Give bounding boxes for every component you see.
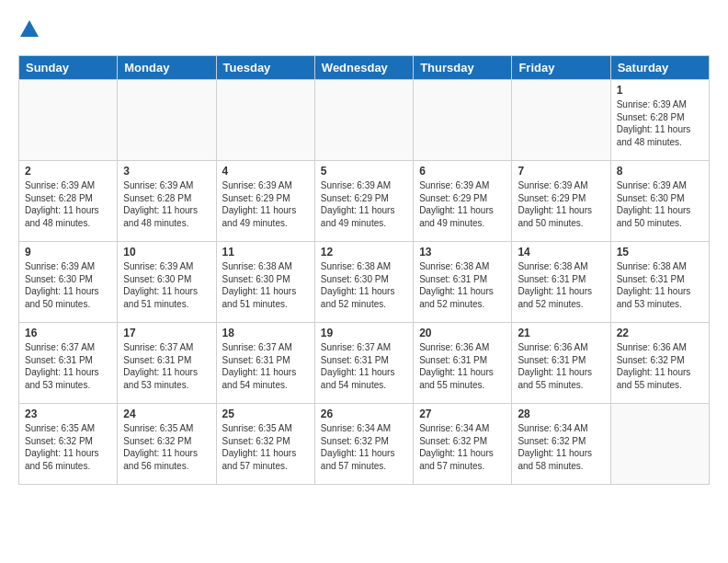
calendar-cell <box>118 80 216 161</box>
day-info: Sunrise: 6:38 AM Sunset: 6:31 PM Dayligh… <box>617 260 703 310</box>
logo <box>18 18 44 40</box>
calendar-cell <box>19 80 118 161</box>
calendar-cell: 22Sunrise: 6:36 AM Sunset: 6:32 PM Dayli… <box>610 323 709 404</box>
day-info: Sunrise: 6:34 AM Sunset: 6:32 PM Dayligh… <box>518 422 604 472</box>
svg-marker-0 <box>20 20 39 37</box>
day-number: 12 <box>321 246 407 259</box>
calendar-cell: 20Sunrise: 6:36 AM Sunset: 6:31 PM Dayli… <box>414 323 512 404</box>
calendar-cell: 16Sunrise: 6:37 AM Sunset: 6:31 PM Dayli… <box>19 323 118 404</box>
calendar-cell: 19Sunrise: 6:37 AM Sunset: 6:31 PM Dayli… <box>314 323 413 404</box>
day-number: 22 <box>617 327 703 339</box>
day-info: Sunrise: 6:39 AM Sunset: 6:29 PM Dayligh… <box>321 179 407 229</box>
day-info: Sunrise: 6:39 AM Sunset: 6:29 PM Dayligh… <box>222 179 309 229</box>
calendar-cell: 15Sunrise: 6:38 AM Sunset: 6:31 PM Dayli… <box>610 242 709 323</box>
day-number: 16 <box>25 327 111 339</box>
calendar-cell <box>314 80 413 161</box>
day-number: 20 <box>419 327 506 339</box>
calendar-cell: 7Sunrise: 6:39 AM Sunset: 6:29 PM Daylig… <box>512 161 610 242</box>
calendar-cell: 4Sunrise: 6:39 AM Sunset: 6:29 PM Daylig… <box>216 161 314 242</box>
day-number: 1 <box>617 84 703 97</box>
calendar-week-row: 16Sunrise: 6:37 AM Sunset: 6:31 PM Dayli… <box>19 323 710 404</box>
day-number: 9 <box>25 246 111 259</box>
day-number: 3 <box>123 165 210 178</box>
day-number: 26 <box>321 408 407 420</box>
day-info: Sunrise: 6:38 AM Sunset: 6:31 PM Dayligh… <box>419 260 506 310</box>
calendar-cell <box>216 80 314 161</box>
day-number: 7 <box>518 165 604 178</box>
calendar-cell: 21Sunrise: 6:36 AM Sunset: 6:31 PM Dayli… <box>512 323 610 404</box>
day-info: Sunrise: 6:35 AM Sunset: 6:32 PM Dayligh… <box>25 422 111 472</box>
day-number: 5 <box>321 165 407 178</box>
day-info: Sunrise: 6:37 AM Sunset: 6:31 PM Dayligh… <box>321 341 407 391</box>
calendar-cell: 6Sunrise: 6:39 AM Sunset: 6:29 PM Daylig… <box>414 161 512 242</box>
calendar-week-row: 2Sunrise: 6:39 AM Sunset: 6:28 PM Daylig… <box>19 161 710 242</box>
day-info: Sunrise: 6:38 AM Sunset: 6:30 PM Dayligh… <box>321 260 407 310</box>
day-number: 19 <box>321 327 407 339</box>
day-info: Sunrise: 6:39 AM Sunset: 6:28 PM Dayligh… <box>25 179 111 229</box>
day-number: 27 <box>419 408 506 420</box>
calendar-cell: 11Sunrise: 6:38 AM Sunset: 6:30 PM Dayli… <box>216 242 314 323</box>
logo-icon <box>18 18 40 40</box>
day-info: Sunrise: 6:37 AM Sunset: 6:31 PM Dayligh… <box>222 341 309 391</box>
calendar-cell: 2Sunrise: 6:39 AM Sunset: 6:28 PM Daylig… <box>19 161 118 242</box>
day-number: 10 <box>123 246 210 259</box>
day-info: Sunrise: 6:38 AM Sunset: 6:31 PM Dayligh… <box>518 260 604 310</box>
calendar-cell: 14Sunrise: 6:38 AM Sunset: 6:31 PM Dayli… <box>512 242 610 323</box>
day-number: 17 <box>123 327 210 339</box>
day-info: Sunrise: 6:34 AM Sunset: 6:32 PM Dayligh… <box>321 422 407 472</box>
day-number: 13 <box>419 246 506 259</box>
day-info: Sunrise: 6:39 AM Sunset: 6:28 PM Dayligh… <box>617 98 703 148</box>
header <box>18 18 710 40</box>
calendar-cell: 13Sunrise: 6:38 AM Sunset: 6:31 PM Dayli… <box>414 242 512 323</box>
day-number: 11 <box>222 246 309 259</box>
day-info: Sunrise: 6:37 AM Sunset: 6:31 PM Dayligh… <box>123 341 210 391</box>
day-info: Sunrise: 6:39 AM Sunset: 6:29 PM Dayligh… <box>419 179 506 229</box>
calendar-table: SundayMondayTuesdayWednesdayThursdayFrid… <box>18 55 710 485</box>
calendar-header-sunday: Sunday <box>19 56 118 80</box>
calendar-cell: 26Sunrise: 6:34 AM Sunset: 6:32 PM Dayli… <box>314 404 413 485</box>
day-number: 25 <box>222 408 309 420</box>
calendar-cell <box>414 80 512 161</box>
calendar-cell: 27Sunrise: 6:34 AM Sunset: 6:32 PM Dayli… <box>414 404 512 485</box>
day-info: Sunrise: 6:34 AM Sunset: 6:32 PM Dayligh… <box>419 422 506 472</box>
day-info: Sunrise: 6:38 AM Sunset: 6:30 PM Dayligh… <box>222 260 309 310</box>
calendar-header-tuesday: Tuesday <box>216 56 314 80</box>
day-info: Sunrise: 6:39 AM Sunset: 6:28 PM Dayligh… <box>123 179 210 229</box>
day-number: 18 <box>222 327 309 339</box>
day-number: 6 <box>419 165 506 178</box>
day-number: 21 <box>518 327 604 339</box>
calendar-header-monday: Monday <box>118 56 216 80</box>
day-info: Sunrise: 6:36 AM Sunset: 6:31 PM Dayligh… <box>419 341 506 391</box>
calendar-header-wednesday: Wednesday <box>314 56 413 80</box>
day-info: Sunrise: 6:35 AM Sunset: 6:32 PM Dayligh… <box>222 422 309 472</box>
calendar-cell: 28Sunrise: 6:34 AM Sunset: 6:32 PM Dayli… <box>512 404 610 485</box>
calendar-cell: 5Sunrise: 6:39 AM Sunset: 6:29 PM Daylig… <box>314 161 413 242</box>
calendar-cell <box>512 80 610 161</box>
day-number: 4 <box>222 165 309 178</box>
day-number: 15 <box>617 246 703 259</box>
calendar-cell: 9Sunrise: 6:39 AM Sunset: 6:30 PM Daylig… <box>19 242 118 323</box>
calendar-week-row: 9Sunrise: 6:39 AM Sunset: 6:30 PM Daylig… <box>19 242 710 323</box>
day-number: 8 <box>617 165 703 178</box>
day-number: 14 <box>518 246 604 259</box>
calendar-cell: 17Sunrise: 6:37 AM Sunset: 6:31 PM Dayli… <box>118 323 216 404</box>
calendar-cell: 8Sunrise: 6:39 AM Sunset: 6:30 PM Daylig… <box>610 161 709 242</box>
day-number: 23 <box>25 408 111 420</box>
calendar-cell: 23Sunrise: 6:35 AM Sunset: 6:32 PM Dayli… <box>19 404 118 485</box>
calendar-cell: 1Sunrise: 6:39 AM Sunset: 6:28 PM Daylig… <box>610 80 709 161</box>
calendar-cell: 10Sunrise: 6:39 AM Sunset: 6:30 PM Dayli… <box>118 242 216 323</box>
calendar-week-row: 23Sunrise: 6:35 AM Sunset: 6:32 PM Dayli… <box>19 404 710 485</box>
day-info: Sunrise: 6:36 AM Sunset: 6:32 PM Dayligh… <box>617 341 703 391</box>
calendar-cell <box>610 404 709 485</box>
calendar-header-saturday: Saturday <box>610 56 709 80</box>
day-info: Sunrise: 6:37 AM Sunset: 6:31 PM Dayligh… <box>25 341 111 391</box>
calendar-cell: 25Sunrise: 6:35 AM Sunset: 6:32 PM Dayli… <box>216 404 314 485</box>
day-number: 28 <box>518 408 604 420</box>
day-info: Sunrise: 6:39 AM Sunset: 6:29 PM Dayligh… <box>518 179 604 229</box>
day-info: Sunrise: 6:36 AM Sunset: 6:31 PM Dayligh… <box>518 341 604 391</box>
calendar-cell: 18Sunrise: 6:37 AM Sunset: 6:31 PM Dayli… <box>216 323 314 404</box>
calendar-header-friday: Friday <box>512 56 610 80</box>
calendar-cell: 3Sunrise: 6:39 AM Sunset: 6:28 PM Daylig… <box>118 161 216 242</box>
page: SundayMondayTuesdayWednesdayThursdayFrid… <box>0 0 728 563</box>
day-number: 24 <box>123 408 210 420</box>
